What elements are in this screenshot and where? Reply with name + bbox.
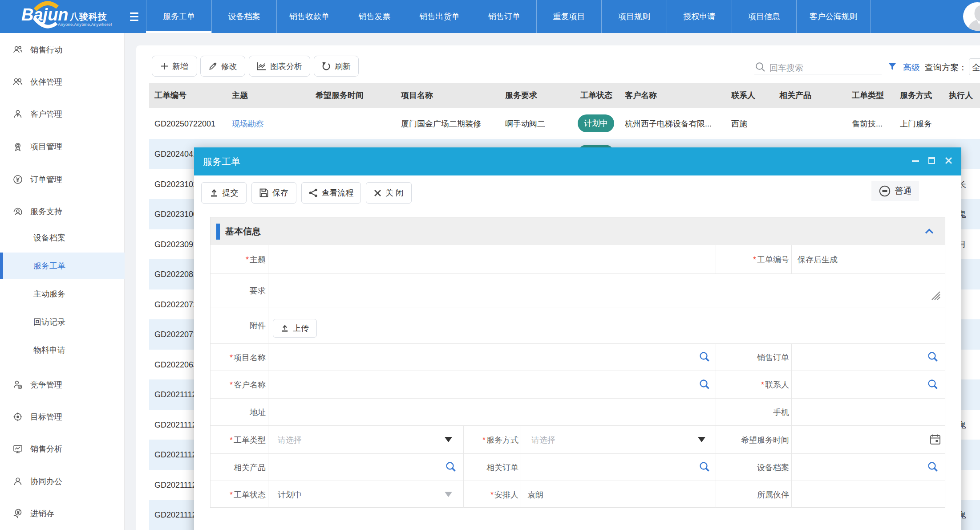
svg-text:VS: VS: [19, 386, 22, 388]
